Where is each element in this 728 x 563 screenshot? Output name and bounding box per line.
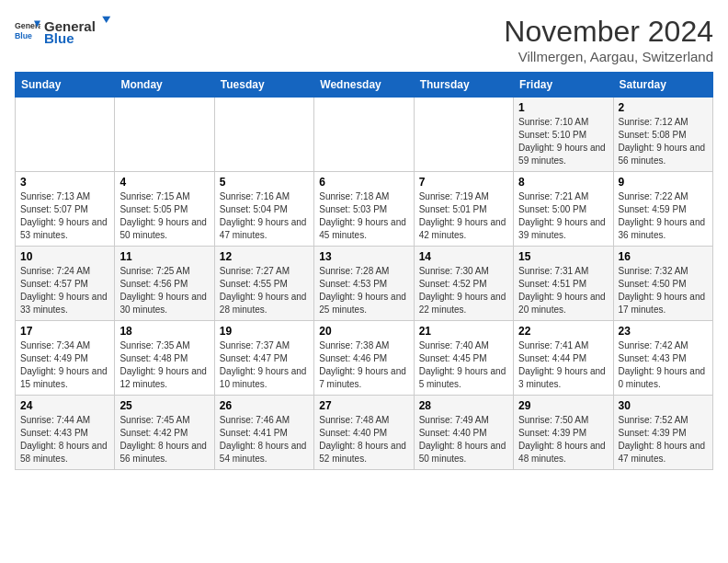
calendar-cell: 22Sunrise: 7:41 AM Sunset: 4:44 PM Dayli… [514, 321, 613, 396]
calendar-cell: 23Sunrise: 7:42 AM Sunset: 4:43 PM Dayli… [613, 321, 712, 396]
calendar-cell: 19Sunrise: 7:37 AM Sunset: 4:47 PM Dayli… [214, 321, 313, 396]
month-title: November 2024 [504, 15, 713, 49]
day-info: Sunrise: 7:15 AM Sunset: 5:05 PM Dayligh… [119, 190, 209, 242]
page-header: General Blue General Blue November 2024 … [15, 15, 713, 64]
day-number: 13 [319, 250, 408, 263]
calendar-cell: 1Sunrise: 7:10 AM Sunset: 5:10 PM Daylig… [514, 98, 613, 172]
calendar-cell: 18Sunrise: 7:35 AM Sunset: 4:48 PM Dayli… [115, 321, 214, 396]
day-info: Sunrise: 7:38 AM Sunset: 4:46 PM Dayligh… [319, 339, 408, 391]
location-subtitle: Villmergen, Aargau, Switzerland [504, 49, 713, 64]
calendar-cell: 12Sunrise: 7:27 AM Sunset: 4:55 PM Dayli… [214, 247, 313, 321]
svg-text:Blue: Blue [15, 31, 32, 40]
day-number: 6 [319, 176, 408, 189]
calendar-cell [314, 98, 414, 172]
calendar-cell [16, 98, 115, 172]
day-info: Sunrise: 7:49 AM Sunset: 4:40 PM Dayligh… [419, 414, 508, 465]
day-number: 11 [119, 250, 209, 263]
day-number: 5 [220, 176, 309, 189]
calendar-cell: 16Sunrise: 7:32 AM Sunset: 4:50 PM Dayli… [613, 247, 712, 321]
calendar-cell: 4Sunrise: 7:15 AM Sunset: 5:05 PM Daylig… [115, 172, 214, 247]
day-info: Sunrise: 7:19 AM Sunset: 5:01 PM Dayligh… [419, 190, 508, 242]
day-number: 23 [619, 325, 708, 338]
day-number: 7 [419, 176, 508, 189]
header-monday: Monday [115, 73, 214, 98]
day-info: Sunrise: 7:44 AM Sunset: 4:43 PM Dayligh… [20, 414, 109, 465]
day-info: Sunrise: 7:52 AM Sunset: 4:39 PM Dayligh… [619, 414, 708, 465]
header-thursday: Thursday [414, 73, 513, 98]
calendar-week-row: 24Sunrise: 7:44 AM Sunset: 4:43 PM Dayli… [16, 396, 713, 470]
day-info: Sunrise: 7:34 AM Sunset: 4:49 PM Dayligh… [20, 339, 109, 391]
day-number: 1 [518, 101, 608, 114]
day-number: 28 [419, 399, 508, 412]
calendar-cell: 25Sunrise: 7:45 AM Sunset: 4:42 PM Dayli… [115, 396, 214, 470]
calendar-cell [214, 98, 313, 172]
day-info: Sunrise: 7:28 AM Sunset: 4:53 PM Dayligh… [319, 265, 408, 316]
day-info: Sunrise: 7:37 AM Sunset: 4:47 PM Dayligh… [220, 339, 309, 391]
day-number: 19 [220, 325, 309, 338]
calendar-cell: 7Sunrise: 7:19 AM Sunset: 5:01 PM Daylig… [414, 172, 513, 247]
calendar-week-row: 17Sunrise: 7:34 AM Sunset: 4:49 PM Dayli… [16, 321, 713, 396]
calendar-header-row: SundayMondayTuesdayWednesdayThursdayFrid… [16, 73, 713, 98]
day-info: Sunrise: 7:16 AM Sunset: 5:04 PM Dayligh… [220, 190, 309, 242]
day-info: Sunrise: 7:18 AM Sunset: 5:03 PM Dayligh… [319, 190, 408, 242]
day-number: 21 [419, 325, 508, 338]
calendar-cell [414, 98, 513, 172]
day-number: 12 [220, 250, 309, 263]
calendar-cell: 6Sunrise: 7:18 AM Sunset: 5:03 PM Daylig… [314, 172, 414, 247]
calendar-cell: 26Sunrise: 7:46 AM Sunset: 4:41 PM Dayli… [214, 396, 313, 470]
day-info: Sunrise: 7:21 AM Sunset: 5:00 PM Dayligh… [518, 190, 608, 242]
day-number: 2 [619, 101, 708, 114]
day-info: Sunrise: 7:46 AM Sunset: 4:41 PM Dayligh… [220, 414, 309, 465]
calendar-cell: 14Sunrise: 7:30 AM Sunset: 4:52 PM Dayli… [414, 247, 513, 321]
day-number: 9 [619, 176, 708, 189]
day-number: 17 [20, 325, 109, 338]
day-info: Sunrise: 7:10 AM Sunset: 5:10 PM Dayligh… [518, 116, 608, 167]
calendar-table: SundayMondayTuesdayWednesdayThursdayFrid… [15, 72, 713, 470]
calendar-cell: 20Sunrise: 7:38 AM Sunset: 4:46 PM Dayli… [314, 321, 414, 396]
calendar-cell: 8Sunrise: 7:21 AM Sunset: 5:00 PM Daylig… [514, 172, 613, 247]
day-info: Sunrise: 7:45 AM Sunset: 4:42 PM Dayligh… [119, 414, 209, 465]
day-info: Sunrise: 7:42 AM Sunset: 4:43 PM Dayligh… [619, 339, 708, 391]
calendar-cell: 24Sunrise: 7:44 AM Sunset: 4:43 PM Dayli… [16, 396, 115, 470]
day-number: 4 [119, 176, 209, 189]
calendar-cell: 2Sunrise: 7:12 AM Sunset: 5:08 PM Daylig… [613, 98, 712, 172]
day-number: 14 [419, 250, 508, 263]
calendar-week-row: 10Sunrise: 7:24 AM Sunset: 4:57 PM Dayli… [16, 247, 713, 321]
header-wednesday: Wednesday [314, 73, 414, 98]
calendar-cell: 17Sunrise: 7:34 AM Sunset: 4:49 PM Dayli… [16, 321, 115, 396]
day-number: 16 [619, 250, 708, 263]
day-info: Sunrise: 7:40 AM Sunset: 4:45 PM Dayligh… [419, 339, 508, 391]
calendar-cell: 30Sunrise: 7:52 AM Sunset: 4:39 PM Dayli… [613, 396, 712, 470]
calendar-cell: 5Sunrise: 7:16 AM Sunset: 5:04 PM Daylig… [214, 172, 313, 247]
logo-icon: General Blue [15, 17, 40, 43]
calendar-cell: 3Sunrise: 7:13 AM Sunset: 5:07 PM Daylig… [16, 172, 115, 247]
day-number: 15 [518, 250, 608, 263]
calendar-cell: 10Sunrise: 7:24 AM Sunset: 4:57 PM Dayli… [16, 247, 115, 321]
day-number: 27 [319, 399, 408, 412]
header-friday: Friday [514, 73, 613, 98]
logo-triangle-icon [96, 15, 112, 31]
day-number: 10 [20, 250, 109, 263]
day-info: Sunrise: 7:41 AM Sunset: 4:44 PM Dayligh… [518, 339, 608, 391]
calendar-cell: 27Sunrise: 7:48 AM Sunset: 4:40 PM Dayli… [314, 396, 414, 470]
svg-marker-3 [102, 17, 110, 23]
day-number: 29 [518, 399, 608, 412]
day-info: Sunrise: 7:22 AM Sunset: 4:59 PM Dayligh… [619, 190, 708, 242]
day-info: Sunrise: 7:32 AM Sunset: 4:50 PM Dayligh… [619, 265, 708, 316]
day-number: 30 [619, 399, 708, 412]
day-info: Sunrise: 7:12 AM Sunset: 5:08 PM Dayligh… [619, 116, 708, 167]
day-number: 8 [518, 176, 608, 189]
calendar-cell: 11Sunrise: 7:25 AM Sunset: 4:56 PM Dayli… [115, 247, 214, 321]
header-tuesday: Tuesday [214, 73, 313, 98]
calendar-cell: 13Sunrise: 7:28 AM Sunset: 4:53 PM Dayli… [314, 247, 414, 321]
calendar-cell: 29Sunrise: 7:50 AM Sunset: 4:39 PM Dayli… [514, 396, 613, 470]
day-info: Sunrise: 7:24 AM Sunset: 4:57 PM Dayligh… [20, 265, 109, 316]
day-number: 20 [319, 325, 408, 338]
calendar-cell: 9Sunrise: 7:22 AM Sunset: 4:59 PM Daylig… [613, 172, 712, 247]
day-info: Sunrise: 7:30 AM Sunset: 4:52 PM Dayligh… [419, 265, 508, 316]
day-info: Sunrise: 7:48 AM Sunset: 4:40 PM Dayligh… [319, 414, 408, 465]
day-info: Sunrise: 7:13 AM Sunset: 5:07 PM Dayligh… [20, 190, 109, 242]
day-info: Sunrise: 7:27 AM Sunset: 4:55 PM Dayligh… [220, 265, 309, 316]
calendar-cell [115, 98, 214, 172]
header-saturday: Saturday [613, 73, 712, 98]
